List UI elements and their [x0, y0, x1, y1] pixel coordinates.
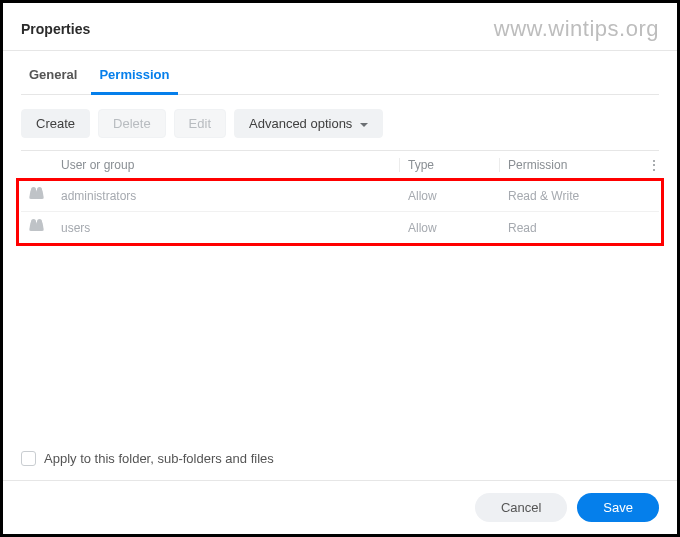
row-permission: Read — [499, 221, 639, 235]
dialog-footer: Cancel Save — [3, 480, 677, 534]
window-title: Properties — [21, 21, 90, 37]
tab-permission[interactable]: Permission — [91, 59, 177, 95]
apply-label: Apply to this folder, sub-folders and fi… — [44, 451, 274, 466]
row-permission: Read & Write — [499, 189, 639, 203]
toolbar: Create Delete Edit Advanced options — [21, 95, 659, 150]
row-type: Allow — [399, 221, 499, 235]
delete-button: Delete — [98, 109, 166, 138]
chevron-down-icon — [360, 123, 368, 127]
advanced-options-button[interactable]: Advanced options — [234, 109, 383, 138]
group-icon — [29, 188, 45, 200]
apply-checkbox[interactable] — [21, 451, 36, 466]
tab-bar: General Permission — [21, 59, 659, 95]
create-button[interactable]: Create — [21, 109, 90, 138]
kebab-icon: ⋮ — [647, 157, 661, 173]
watermark-text: www.wintips.org — [494, 16, 659, 42]
table-body: administrators Allow Read & Write users … — [21, 180, 659, 244]
table-row[interactable]: users Allow Read — [21, 212, 659, 244]
row-icon-cell — [21, 188, 53, 203]
save-button[interactable]: Save — [577, 493, 659, 522]
row-icon-cell — [21, 220, 53, 235]
apply-row: Apply to this folder, sub-folders and fi… — [21, 440, 659, 480]
group-icon — [29, 220, 45, 232]
row-name: administrators — [53, 189, 399, 203]
advanced-options-label: Advanced options — [249, 116, 352, 131]
header-user-or-group[interactable]: User or group — [53, 158, 399, 172]
row-type: Allow — [399, 189, 499, 203]
cancel-button[interactable]: Cancel — [475, 493, 567, 522]
table-header: User or group Type Permission ⋮ — [21, 150, 659, 180]
content-area: General Permission Create Delete Edit Ad… — [3, 51, 677, 480]
edit-button: Edit — [174, 109, 226, 138]
tab-general[interactable]: General — [21, 59, 85, 95]
row-name: users — [53, 221, 399, 235]
permissions-table: User or group Type Permission ⋮ administ… — [21, 150, 659, 480]
header-permission[interactable]: Permission — [499, 158, 639, 172]
titlebar: Properties www.wintips.org — [3, 3, 677, 51]
header-menu[interactable]: ⋮ — [639, 158, 659, 173]
header-type[interactable]: Type — [399, 158, 499, 172]
table-empty-space — [21, 244, 659, 440]
properties-dialog: Properties www.wintips.org General Permi… — [3, 3, 677, 534]
table-row[interactable]: administrators Allow Read & Write — [21, 180, 659, 212]
